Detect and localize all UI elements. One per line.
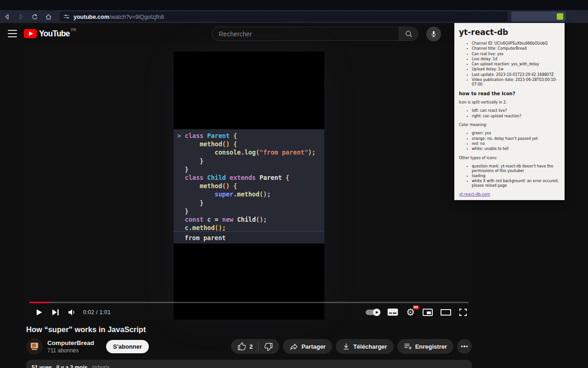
youtube-logo[interactable]: YouTube FR [24,29,76,39]
forward-button[interactable] [17,12,25,21]
code-line: } [177,207,324,215]
popup-how-heading: how to read the Icon? [459,91,560,96]
other-icons-list: question mark: yt-react-db doesn't have … [459,164,560,188]
like-button[interactable]: 2 [231,342,258,351]
shorts-hashtag[interactable]: #shorts [92,364,110,368]
browser-toolbar: youtube.com/watch?v=9lQgolzjfn8 [0,10,588,23]
save-button[interactable]: Enregistrer [397,339,453,354]
channel-avatar[interactable] [26,338,43,355]
url-text: youtube.com/watch?v=9lQgolzjfn8 [74,12,164,21]
guide-menu-icon[interactable] [8,30,17,37]
more-actions-button[interactable] [457,339,472,354]
popup-list-item: question mark: yt-react-db doesn't have … [472,164,560,173]
popup-list-item: Video publication date: 2023-06-28T03:00… [472,78,560,87]
code-line: const c = new Child(); [177,215,324,224]
popup-list-item: Live delay: 1d [472,57,560,62]
progress-bar[interactable] [29,302,469,303]
more-icon [461,345,463,347]
share-button[interactable]: Partager [283,339,332,354]
code-line: > class Parent { [177,132,324,140]
quality-badge: HD [413,305,419,310]
share-label: Partager [301,343,326,350]
next-button[interactable] [47,305,64,320]
channel-text: ComputerBread 711 abonnés [47,339,94,354]
code-line: super.method(); [177,190,324,198]
autoplay-toggle[interactable] [366,310,379,315]
popup-other-heading: Other types of icons: [459,156,560,160]
console-output-line: from parent [174,231,324,244]
reload-button[interactable] [30,12,39,21]
download-label: Télécharger [353,343,387,350]
channel-info-list: Channel ID: UCIv6GIlPSuXbiu666bOUobQChan… [459,41,560,86]
view-count: 51 vues [32,364,52,368]
code-line: } [177,165,324,173]
microphone-icon [430,30,437,38]
popup-list-item: loading [472,174,560,178]
download-button[interactable]: Télécharger [336,339,394,354]
search-bar [212,27,418,41]
url-host: youtube.com [74,14,109,20]
url-bar[interactable]: youtube.com/watch?v=9lQgolzjfn8 [60,12,508,22]
action-buttons: 2 Partager [231,339,472,354]
popup-list-item: green: yes [472,131,560,136]
video-frame: > class Parent { method() { console.log(… [174,52,324,320]
dislike-button[interactable] [259,342,279,351]
description-box[interactable]: 51 vues il y a 3 mois #shorts [26,360,472,368]
yt-react-db-popup: yt-react-db Channel ID: UCIv6GIlPSuXbiu6… [454,23,565,200]
popup-list-item: left: can react live? [472,109,560,113]
site-permissions-icon[interactable] [63,14,70,19]
time-display: 0:02 / 1:01 [83,309,111,316]
video-code-panel: > class Parent { method() { console.log(… [174,129,324,231]
like-count: 2 [249,343,253,350]
subscribe-button[interactable]: S'abonner [106,340,149,353]
video-player[interactable]: > class Parent { method() { console.log(… [26,44,472,320]
thumb-down-icon [264,342,273,351]
playlist-add-icon [404,342,412,351]
theater-mode-button[interactable] [441,309,451,316]
back-button[interactable] [3,12,11,21]
youtube-wordmark: YouTube [39,29,70,39]
channel-subscribers: 711 abonnés [47,347,94,354]
download-icon [342,343,350,351]
code-line: method() { [177,140,324,148]
code-line: console.log("from parent"); [177,148,324,156]
fullscreen-button[interactable] [459,308,467,316]
popup-list-item: Channel ID: UCIv6GIlPSuXbiu666bOUobQ [472,41,560,46]
code-line: } [177,199,324,207]
home-button[interactable] [44,12,52,21]
popup-list-item: white X with red background: an error oc… [472,179,560,188]
logo-region-label: FR [71,28,76,32]
url-path: /watch?v=9lQgolzjfn8 [109,14,164,20]
browser-nav-buttons [3,10,66,23]
popup-list-item: white: unable to tell [472,147,560,151]
channel-name[interactable]: ComputerBread [47,339,94,346]
popup-list-item: Channel title: ComputerBread [472,46,560,51]
search-button[interactable] [399,27,418,40]
subtitles-button[interactable] [387,308,398,316]
yt-react-db-extension-icon[interactable] [557,13,563,20]
search-input[interactable] [212,27,399,40]
browser-window: youtube.com/watch?v=9lQgolzjfn8 YouTube … [0,0,588,368]
popup-color-heading: Color meaning: [459,123,560,127]
search-icon [405,30,413,38]
video-title: How “super” works in JavaScript [26,325,472,334]
browser-titlebar [0,0,588,10]
volume-button[interactable] [64,305,80,320]
settings-button[interactable]: ⚙HD [406,307,415,317]
popup-title: yt-react-db [459,28,560,37]
code-line: } [177,157,324,165]
popup-list-item: Can real live: yes [472,52,560,57]
player-controls-right: ⚙HD [366,305,467,320]
color-meaning-list: green: yesorange: no, delay hasn't passe… [459,131,560,151]
player-controls-left: 0:02 / 1:01 [31,305,111,320]
miniplayer-button[interactable] [423,309,433,316]
play-button[interactable] [31,305,47,320]
popup-list-item: right: can upload reaction? [472,114,560,119]
code-line: method() { [177,182,324,190]
popup-list-item: Last update: 2023-10-01T23:29:42.168807Z [472,73,560,77]
upload-age: il y a 3 mois [56,364,87,368]
popup-link[interactable]: yt-react-db.com [459,192,490,196]
icon-sides-list: left: can react live?right: can upload r… [459,109,560,118]
youtube-play-icon [24,29,37,38]
voice-search-button[interactable] [426,27,441,41]
